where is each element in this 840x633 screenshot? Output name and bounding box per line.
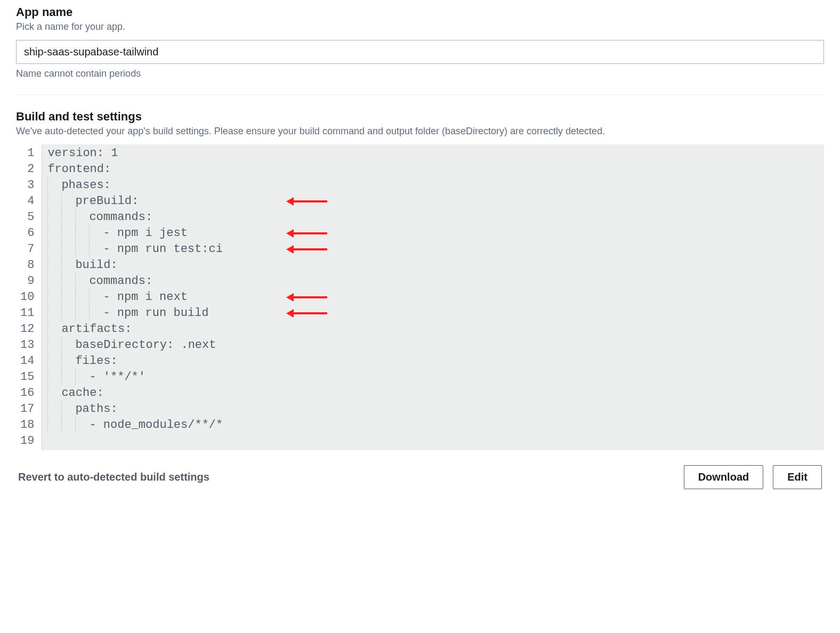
- line-number: 14: [20, 353, 34, 369]
- code-line: - '**/*': [47, 369, 824, 385]
- code-text: commands:: [47, 274, 152, 288]
- code-text: phases:: [47, 178, 110, 192]
- revert-link[interactable]: Revert to auto-detected build settings: [18, 471, 209, 483]
- code-text: artifacts:: [47, 322, 132, 336]
- app-name-input[interactable]: [16, 40, 824, 64]
- code-line: commands:: [47, 273, 824, 289]
- code-text: - '**/*': [47, 370, 146, 384]
- app-name-label: App name: [16, 5, 824, 19]
- code-line: - npm run build: [47, 305, 824, 321]
- code-line: version: 1: [47, 145, 824, 161]
- line-number: 1: [20, 145, 34, 161]
- code-line: artifacts:: [47, 321, 824, 337]
- code-line: preBuild:: [47, 193, 824, 209]
- code-line: phases:: [47, 177, 824, 193]
- code-text: baseDirectory: .next: [47, 338, 216, 352]
- line-number: 3: [20, 177, 34, 193]
- code-line: - npm i jest: [47, 225, 824, 241]
- line-number: 4: [20, 193, 34, 209]
- line-number: 2: [20, 161, 34, 177]
- build-settings-description: We've auto-detected your app's build set…: [16, 125, 824, 138]
- line-number: 13: [20, 337, 34, 353]
- download-button[interactable]: Download: [684, 465, 764, 489]
- code-line: build:: [47, 257, 824, 273]
- line-number: 15: [20, 369, 34, 385]
- line-number: 19: [20, 433, 34, 449]
- editor-code-area[interactable]: version: 1frontend:phases:preBuild:comma…: [42, 144, 824, 450]
- code-text: build:: [47, 258, 117, 272]
- arrow-left-icon: [293, 296, 327, 298]
- arrow-left-icon: [293, 200, 327, 202]
- code-line: - npm run test:ci: [47, 241, 824, 257]
- line-number: 6: [20, 225, 34, 241]
- editor-gutter: 12345678910111213141516171819: [16, 144, 42, 450]
- line-number: 10: [20, 289, 34, 305]
- arrow-left-icon: [293, 232, 327, 234]
- section-divider: [16, 94, 824, 95]
- build-settings-footer: Revert to auto-detected build settings D…: [16, 465, 824, 489]
- code-line: frontend:: [47, 161, 824, 177]
- edit-button[interactable]: Edit: [773, 465, 822, 489]
- line-number: 9: [20, 273, 34, 289]
- app-name-hint: Name cannot contain periods: [16, 68, 824, 79]
- code-line: - node_modules/**/*: [47, 417, 824, 433]
- code-line: commands:: [47, 209, 824, 225]
- code-text: preBuild:: [47, 194, 139, 208]
- code-text: commands:: [47, 210, 152, 224]
- code-text: - npm run build: [47, 306, 208, 320]
- code-text: files:: [47, 354, 117, 368]
- code-line: cache:: [47, 385, 824, 401]
- code-text: frontend:: [47, 163, 111, 176]
- code-text: version: 1: [47, 147, 118, 160]
- code-text: - npm run test:ci: [47, 242, 222, 256]
- code-text: - npm i jest: [47, 226, 187, 240]
- code-line: baseDirectory: .next: [47, 337, 824, 353]
- line-number: 16: [20, 385, 34, 401]
- code-text: - node_modules/**/*: [47, 418, 223, 432]
- code-text: - npm i next: [47, 290, 187, 304]
- line-number: 5: [20, 209, 34, 225]
- line-number: 12: [20, 321, 34, 337]
- line-number: 8: [20, 257, 34, 273]
- code-line: - npm i next: [47, 289, 824, 305]
- arrow-left-icon: [293, 248, 327, 250]
- build-settings-label: Build and test settings: [16, 110, 824, 124]
- app-name-description: Pick a name for your app.: [16, 20, 824, 34]
- line-number: 18: [20, 417, 34, 433]
- code-text: cache:: [47, 386, 103, 400]
- line-number: 17: [20, 401, 34, 417]
- arrow-left-icon: [293, 312, 327, 314]
- code-line: paths:: [47, 401, 824, 417]
- line-number: 11: [20, 305, 34, 321]
- code-text: paths:: [47, 402, 117, 416]
- line-number: 7: [20, 241, 34, 257]
- code-line: files:: [47, 353, 824, 369]
- build-spec-editor[interactable]: 12345678910111213141516171819 version: 1…: [16, 144, 824, 450]
- code-line: [47, 433, 824, 449]
